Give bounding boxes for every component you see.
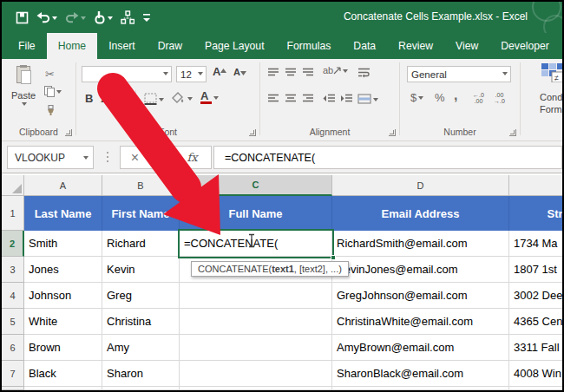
undo-caret-icon[interactable]: [52, 16, 57, 23]
fill-color-caret-icon[interactable]: [187, 97, 193, 103]
tab-developer[interactable]: Developer: [489, 33, 561, 59]
cell-e8-partial[interactable]: [509, 387, 564, 390]
cell-c2-active[interactable]: =CONCATENATE(: [180, 231, 332, 257]
tab-review[interactable]: Review: [387, 33, 444, 59]
cell-a3[interactable]: Jones: [24, 257, 102, 283]
tab-draw[interactable]: Draw: [147, 33, 193, 59]
customize-quick-access-icon[interactable]: [142, 12, 151, 23]
cell-b3[interactable]: Kevin: [102, 257, 180, 283]
cell-e4[interactable]: 3002 Dee: [509, 283, 564, 309]
font-name-combo[interactable]: [82, 66, 172, 82]
tab-view[interactable]: View: [444, 33, 489, 59]
number-format-combo[interactable]: General: [407, 66, 511, 82]
copy-caret-icon[interactable]: [56, 90, 62, 96]
currency-format-icon[interactable]: $: [410, 91, 423, 104]
percent-format-icon[interactable]: %: [435, 91, 445, 104]
paste-button[interactable]: Paste: [7, 63, 40, 126]
name-box[interactable]: VLOOKUP: [7, 146, 94, 169]
cut-icon[interactable]: ✂: [45, 68, 55, 81]
conditional-formatting-label-1[interactable]: Conditional: [540, 92, 564, 102]
cell-c8-partial[interactable]: [180, 387, 332, 390]
row-header-7[interactable]: 7: [2, 361, 24, 387]
cell-e5[interactable]: 4365 Cen: [509, 309, 564, 335]
cell-e6[interactable]: 3311 Fall: [509, 335, 564, 361]
row-header-2[interactable]: 2: [2, 231, 24, 257]
cell-a7[interactable]: Black: [24, 361, 102, 387]
increase-decimal-icon[interactable]: ←.0.00: [473, 92, 484, 104]
column-header-e[interactable]: E: [509, 175, 564, 196]
clipboard-dialog-launcher-icon[interactable]: [65, 129, 72, 136]
cell-a8-partial[interactable]: [24, 387, 102, 390]
enter-icon[interactable]: ✓: [149, 151, 178, 164]
touch-mode-caret-icon[interactable]: [108, 16, 113, 23]
row-header-5[interactable]: 5: [2, 309, 24, 335]
underline-button[interactable]: U: [115, 92, 129, 105]
undo-icon[interactable]: [36, 11, 57, 23]
cell-c7[interactable]: [180, 361, 332, 387]
align-left-icon[interactable]: [267, 94, 279, 103]
cell-b7[interactable]: Sharon: [102, 361, 180, 387]
grow-font-icon[interactable]: A: [213, 65, 226, 78]
comma-format-icon[interactable]: ,: [454, 88, 457, 103]
currency-caret-icon[interactable]: [418, 96, 423, 102]
header-cell-full-name[interactable]: Full Name: [180, 196, 332, 231]
cell-d8-partial[interactable]: [332, 387, 509, 390]
cell-d2[interactable]: RichardSmith@email.com: [332, 231, 509, 257]
formula-input[interactable]: =CONCATENATE(: [213, 146, 562, 169]
cell-d5[interactable]: ChristinaWhite@email.com: [332, 309, 509, 335]
align-center-icon[interactable]: [285, 94, 297, 103]
conditional-formatting-icon[interactable]: ≠: [541, 63, 562, 82]
font-dialog-launcher-icon[interactable]: [249, 129, 256, 136]
alignment-dialog-launcher-icon[interactable]: [389, 129, 396, 136]
tab-data[interactable]: Data: [342, 33, 387, 59]
redo-caret-icon[interactable]: [81, 16, 86, 23]
select-all-button[interactable]: [2, 175, 24, 196]
merge-caret-icon[interactable]: [373, 98, 378, 104]
bottom-align-icon[interactable]: [302, 68, 314, 77]
copy-icon[interactable]: [44, 86, 62, 97]
conditional-formatting-label-2[interactable]: Formatting: [540, 104, 564, 114]
column-header-c[interactable]: C: [180, 175, 332, 196]
cell-a6[interactable]: Brown: [24, 335, 102, 361]
decrease-indent-icon[interactable]: [323, 94, 336, 103]
row-header-3[interactable]: 3: [2, 257, 24, 283]
header-cell-email[interactable]: Email Address: [332, 196, 509, 231]
cell-d3[interactable]: KevinJones@email.com: [332, 257, 509, 283]
merge-center-icon[interactable]: [357, 94, 378, 104]
top-align-icon[interactable]: [267, 68, 279, 77]
cell-e3[interactable]: 1807 1st: [509, 257, 564, 283]
cell-b8-partial[interactable]: [102, 387, 180, 390]
redo-icon[interactable]: [65, 11, 86, 23]
borders-icon[interactable]: [144, 93, 164, 105]
align-right-icon[interactable]: [302, 94, 314, 103]
cell-d6[interactable]: AmyBrown@email.com: [332, 335, 509, 361]
cell-c6[interactable]: [180, 335, 332, 361]
bold-button[interactable]: B: [85, 92, 93, 105]
orientation-icon[interactable]: ab: [323, 65, 348, 75]
cell-b2[interactable]: Richard: [102, 231, 180, 257]
column-header-b[interactable]: B: [102, 175, 180, 196]
cell-d4[interactable]: GregJohnson@email.com: [332, 283, 509, 309]
header-cell-first-name[interactable]: First Name: [102, 196, 180, 231]
row-header-6[interactable]: 6: [2, 335, 24, 361]
font-color-caret-icon[interactable]: [213, 96, 219, 102]
cell-c5[interactable]: [180, 309, 332, 335]
wrap-text-icon[interactable]: [357, 68, 371, 78]
font-size-combo[interactable]: 12: [176, 66, 207, 82]
header-cell-last-name[interactable]: Last Name: [24, 196, 102, 231]
cell-b5[interactable]: Christina: [102, 309, 180, 335]
tab-home[interactable]: Home: [47, 33, 98, 59]
cell-a5[interactable]: White: [24, 309, 102, 335]
shrink-font-icon[interactable]: A: [233, 67, 246, 77]
insert-function-icon[interactable]: fx: [178, 151, 207, 164]
fill-color-icon[interactable]: [172, 92, 193, 105]
italic-button[interactable]: I: [101, 92, 105, 106]
cell-e7[interactable]: 4008 Win: [509, 361, 564, 387]
cell-b6[interactable]: Amy: [102, 335, 180, 361]
cell-e2[interactable]: 1734 Ma: [509, 231, 564, 257]
tab-page-layout[interactable]: Page Layout: [193, 33, 275, 59]
row-header-4[interactable]: 4: [2, 283, 24, 309]
header-cell-street[interactable]: Street Address: [509, 196, 564, 231]
diagram-command-icon[interactable]: [121, 10, 134, 24]
underline-caret-icon[interactable]: [124, 97, 129, 103]
